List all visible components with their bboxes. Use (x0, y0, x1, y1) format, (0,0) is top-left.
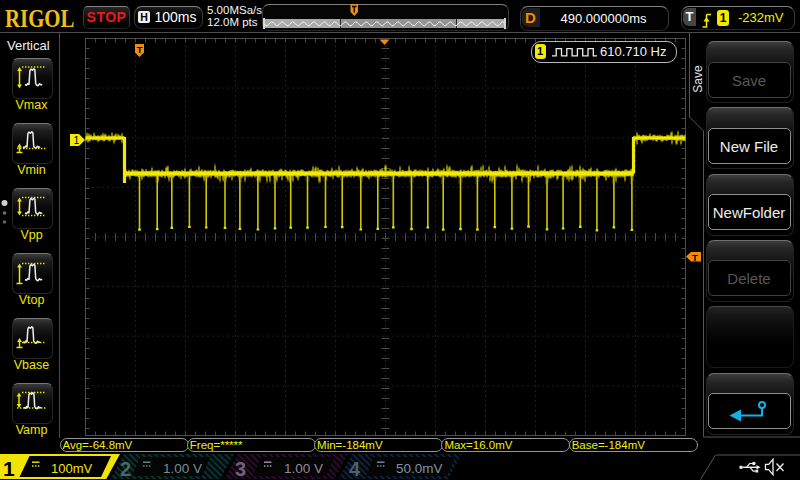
svg-text:T: T (137, 44, 143, 55)
svg-text:1: 1 (74, 134, 80, 146)
